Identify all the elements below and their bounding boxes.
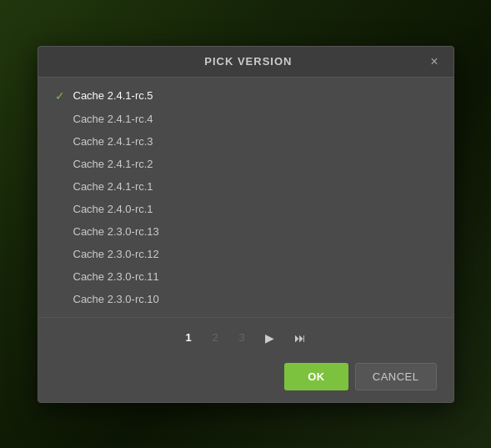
check-icon: ✓ bbox=[55, 89, 67, 103]
close-button[interactable]: × bbox=[428, 55, 439, 68]
version-item[interactable]: Cache 2.4.1-rc.1 bbox=[38, 175, 453, 198]
last-page-button[interactable]: ⏭ bbox=[288, 328, 313, 348]
version-item[interactable]: Cache 2.3.0-rc.10 bbox=[38, 288, 453, 310]
version-label: Cache 2.3.0-rc.12 bbox=[73, 248, 159, 260]
version-label: Cache 2.4.0-rc.1 bbox=[73, 203, 153, 215]
dialog-header: PICK VERSION × bbox=[38, 47, 453, 78]
version-label: Cache 2.3.0-rc.10 bbox=[73, 293, 159, 305]
version-label: Cache 2.4.1-rc.5 bbox=[73, 89, 153, 102]
version-label: Cache 2.4.1-rc.2 bbox=[73, 158, 153, 170]
version-label: Cache 2.3.0-rc.13 bbox=[73, 225, 159, 238]
version-list: ✓Cache 2.4.1-rc.5Cache 2.4.1-rc.4Cache 2… bbox=[38, 78, 453, 317]
version-label: Cache 2.4.1-rc.4 bbox=[73, 113, 153, 125]
version-label: Cache 2.4.1-rc.1 bbox=[73, 180, 153, 193]
version-item[interactable]: Cache 2.3.0-rc.12 bbox=[38, 243, 453, 265]
version-item[interactable]: Cache 2.4.1-rc.2 bbox=[38, 153, 453, 175]
cancel-button[interactable]: CANCEL bbox=[355, 363, 437, 390]
version-item[interactable]: Cache 2.4.1-rc.4 bbox=[38, 108, 453, 130]
dialog-footer: OK CANCEL bbox=[38, 355, 453, 402]
version-item[interactable]: Cache 2.4.1-rc.3 bbox=[38, 130, 453, 153]
dialog-title: PICK VERSION bbox=[68, 55, 429, 68]
next-page-button[interactable]: ▶ bbox=[258, 328, 281, 348]
version-item[interactable]: Cache 2.4.0-rc.1 bbox=[38, 198, 453, 220]
version-label: Cache 2.3.0-rc.11 bbox=[73, 270, 159, 283]
pick-version-dialog: PICK VERSION × ✓Cache 2.4.1-rc.5Cache 2.… bbox=[38, 46, 454, 403]
version-item[interactable]: ✓Cache 2.4.1-rc.5 bbox=[38, 84, 453, 108]
version-item[interactable]: Cache 2.3.0-rc.11 bbox=[38, 265, 453, 288]
pagination: 1 2 3 ▶ ⏭ bbox=[38, 317, 453, 355]
page-3-button[interactable]: 3 bbox=[232, 328, 252, 347]
version-label: Cache 2.4.1-rc.3 bbox=[73, 135, 153, 148]
page-1-button[interactable]: 1 bbox=[178, 328, 198, 347]
page-2-button[interactable]: 2 bbox=[205, 328, 225, 347]
ok-button[interactable]: OK bbox=[284, 363, 348, 390]
version-item[interactable]: Cache 2.3.0-rc.13 bbox=[38, 220, 453, 243]
